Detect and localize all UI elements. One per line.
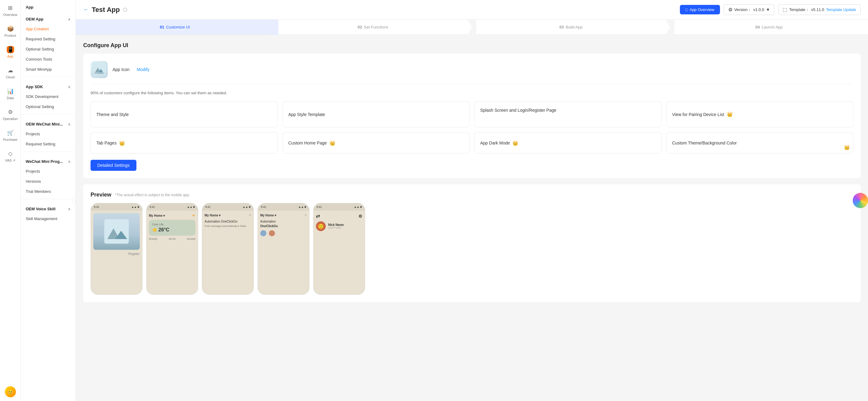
crown-icon-tab-pages: 👑 (119, 140, 125, 146)
svg-rect-6 (92, 72, 106, 77)
nav-item-optional-setting[interactable]: Optional Setting (21, 44, 75, 54)
phone4-status-bar: 9:41 ▲▲ ■ (258, 203, 309, 210)
step-customize-ui[interactable]: 01 Customize UI (76, 20, 274, 35)
version-value: v1.0.0 (753, 7, 764, 12)
app-title: Test App (92, 6, 120, 14)
app-overview-label: App Overview (690, 7, 714, 12)
nav-item-app-creation[interactable]: App Creation (21, 24, 75, 34)
step-build-app[interactable]: 03 Build App (472, 20, 670, 35)
nav-oem-app-header[interactable]: OEM App ∧ (21, 12, 75, 24)
option-view-pairing[interactable]: View for Pairing Device List 👑 (666, 101, 854, 127)
nav-item-prog-versions[interactable]: Versions (21, 176, 75, 187)
sidebar-item-overview[interactable]: ⊞ Overview (0, 0, 21, 21)
phone3-time: 9:41 (205, 205, 211, 208)
nav-oem-voice-chevron: ∧ (68, 207, 71, 211)
sidebar-icons: ⊞ Overview 📦 Product 📱 App ☁ Cloud 📊 Dat… (0, 0, 21, 401)
nav-divider-4 (21, 199, 75, 199)
nav-oem-voice-header[interactable]: OEM Voice Skill ∧ (21, 202, 75, 214)
phone5-header: ⇄ ⚙ (316, 213, 363, 219)
nav-item-wechat-projects[interactable]: Projects (21, 129, 75, 139)
app-title-dropdown[interactable]: ⬡ (123, 7, 127, 12)
step-launch-app[interactable]: 04 Launch App (670, 20, 868, 35)
option-custom-theme-bg[interactable]: Custom Theme/Background Color 👑 (666, 132, 854, 154)
back-button[interactable]: ← (83, 6, 89, 13)
option-app-dark-mode[interactable]: App Dark Mode 👑 (474, 132, 661, 154)
detailed-settings-button[interactable]: Detailed Settings (91, 160, 136, 171)
version-dropdown-icon[interactable]: ▼ (766, 7, 770, 12)
svg-marker-2 (666, 20, 674, 35)
config-note: 90% of customers configure the following… (91, 91, 853, 95)
sidebar-item-purchase[interactable]: 🛒 Purchase (0, 125, 21, 146)
phone4-content: My Home ▾ + Automation OneClickGo (258, 210, 309, 294)
sidebar-item-operation[interactable]: ⚙ Operation (0, 104, 21, 125)
phone2-temp: 26°C (158, 227, 169, 233)
option-custom-home[interactable]: Custom Home Page 👑 (283, 132, 470, 154)
option-theme-style[interactable]: Theme and Style (91, 101, 278, 127)
phone2-header: My Home ▾ ✦ (149, 213, 195, 218)
phone1-time: 9:41 (94, 205, 99, 208)
phone2-aqi: 821AQI (149, 237, 157, 240)
nav-item-prog-trial[interactable]: Trial Members (21, 187, 75, 197)
sidebar-item-vas[interactable]: ◇ VAS ↗ (0, 146, 21, 167)
nav-item-wechat-required[interactable]: Required Setting (21, 139, 75, 149)
phone5-nickname: Nick Name (328, 223, 344, 227)
nav-item-sdk-optional[interactable]: Optional Setting (21, 102, 75, 112)
corner-decoration (853, 193, 868, 208)
phone-mockup-3: 9:41 ▲▲ ■ My Home ▾ + Automation OneClic… (202, 203, 254, 295)
phone3-add-icon: + (249, 213, 251, 217)
step-set-functions[interactable]: 02 Set Functions (274, 20, 472, 35)
phone4-home-label: My Home ▾ (260, 214, 276, 217)
phone5-swap-icon: ⇄ (316, 213, 320, 219)
sidebar-item-cloud[interactable]: ☁ Cloud (0, 62, 21, 83)
phone3-home-label: My Home ▾ (205, 214, 220, 217)
data-icon: 📊 (7, 88, 14, 95)
phone2-sun-icon: ☀️ (152, 227, 157, 232)
sidebar-label-data: Data (7, 96, 14, 100)
option-app-style-template[interactable]: App Style Template (283, 101, 470, 127)
option-custom-theme-bg-label: Custom Theme/Background Color (672, 141, 737, 145)
modify-link[interactable]: Modify (137, 67, 149, 72)
step1-arrow (270, 20, 278, 35)
template-selector[interactable]: ⬚ Template： v5.11.0 Template Update (778, 4, 861, 15)
phone3-push-label: Push messages automatically & Tasks (205, 224, 251, 228)
page-title: Configure App UI (83, 42, 861, 49)
phone5-avatar: 🙂 (316, 221, 326, 231)
nav-item-sdk-development[interactable]: SDK Development (21, 91, 75, 102)
phone2-stats: 821AQI 48.2% 821AQI (149, 237, 195, 240)
sidebar-item-app[interactable]: 📱 App (0, 41, 21, 62)
nav-item-skill-management[interactable]: Skill Management (21, 214, 75, 224)
step4-num: 04 (755, 25, 760, 29)
option-tab-pages[interactable]: Tab Pages 👑 (91, 132, 278, 154)
phone2-content: My Home ▾ ✦ Cozy Life ☀️ 26°C 821AQI (147, 210, 198, 294)
crown-icon-theme-bg: 👑 (844, 144, 850, 150)
phone3-content: My Home ▾ + Automation OneClickGo Push m… (202, 210, 253, 294)
nav-app-sdk-header[interactable]: App SDK ∧ (21, 80, 75, 91)
preview-note: *The actual effect is subject to the mob… (115, 193, 190, 197)
sidebar-item-data[interactable]: 📊 Data (0, 83, 21, 104)
option-splash-login[interactable]: Splash Screen and Login/Register Page (474, 101, 661, 127)
template-update-link[interactable]: Template Update (826, 7, 856, 12)
nav-item-required-setting[interactable]: Required Setting (21, 34, 75, 44)
phone2-weather-card: Cozy Life ☀️ 26°C (149, 220, 195, 236)
operation-icon: ⚙ (7, 108, 14, 116)
nav-oem-wechat-header[interactable]: OEM WeChat Mini... ∧ (21, 117, 75, 129)
sidebar-item-product[interactable]: 📦 Product (0, 21, 21, 41)
svg-marker-0 (270, 20, 278, 35)
nav-panel: App OEM App ∧ App Creation Required Sett… (21, 0, 76, 401)
preview-phones: 9:41 ▲▲ ■ Register (91, 203, 853, 295)
nav-item-common-tools[interactable]: Common Tools (21, 54, 75, 64)
purchase-icon: 🛒 (7, 129, 14, 137)
phone4-time: 9:41 (261, 205, 267, 208)
option-theme-style-label: Theme and Style (96, 112, 129, 117)
phone1-content: Register (91, 210, 142, 294)
version-selector[interactable]: ⚙ Version： v1.0.0 ▼ (724, 4, 775, 15)
phone2-percent: 48.2% (169, 237, 176, 240)
nav-item-prog-projects[interactable]: Projects (21, 166, 75, 176)
phone3-header: My Home ▾ + (205, 213, 251, 217)
nav-item-smart-miniapp[interactable]: Smart MiniApp (21, 64, 75, 75)
user-avatar[interactable]: 😊 (5, 386, 16, 397)
app-overview-button[interactable]: □ App Overview (680, 5, 720, 15)
nav-wechat-prog-header[interactable]: WeChat Mini Prog... ∧ (21, 154, 75, 166)
crown-icon-custom-home: 👑 (330, 140, 336, 146)
phone-mockup-5: 9:41 ▲▲ ■ ⇄ ⚙ 🙂 Nick Name 123****4567 (313, 203, 365, 295)
